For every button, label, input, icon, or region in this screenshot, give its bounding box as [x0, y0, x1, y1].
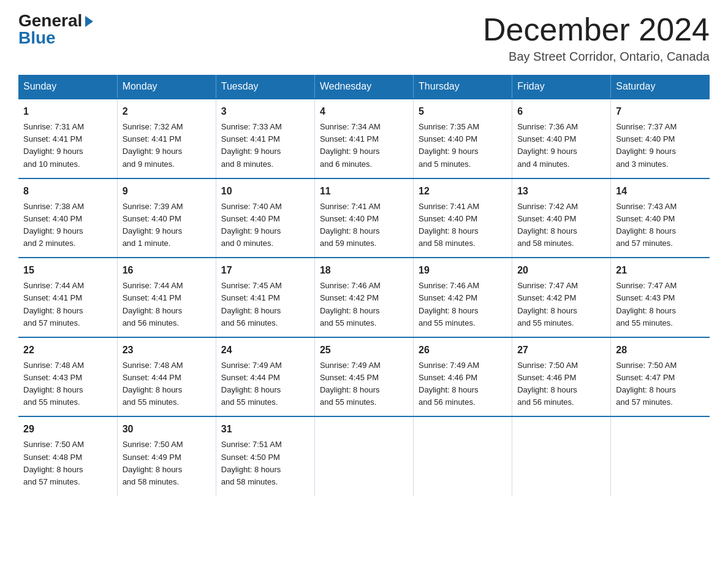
day-number: 30	[123, 422, 211, 437]
calendar-cell: 15Sunrise: 7:44 AMSunset: 4:41 PMDayligh…	[18, 258, 117, 337]
day-info: Sunrise: 7:48 AMSunset: 4:43 PMDaylight:…	[23, 361, 84, 407]
day-info: Sunrise: 7:40 AMSunset: 4:40 PMDaylight:…	[221, 202, 282, 248]
day-info: Sunrise: 7:49 AMSunset: 4:44 PMDaylight:…	[221, 361, 282, 407]
col-header-thursday: Thursday	[414, 75, 512, 99]
day-info: Sunrise: 7:39 AMSunset: 4:40 PMDaylight:…	[123, 202, 183, 248]
logo-blue-text: Blue	[18, 29, 56, 47]
day-info: Sunrise: 7:34 AMSunset: 4:41 PMDaylight:…	[320, 122, 381, 168]
col-header-saturday: Saturday	[611, 75, 710, 99]
day-number: 27	[517, 343, 605, 358]
day-info: Sunrise: 7:50 AMSunset: 4:46 PMDaylight:…	[517, 361, 578, 407]
day-info: Sunrise: 7:50 AMSunset: 4:47 PMDaylight:…	[616, 361, 677, 407]
calendar-week-row: 1Sunrise: 7:31 AMSunset: 4:41 PMDaylight…	[18, 99, 710, 178]
day-info: Sunrise: 7:43 AMSunset: 4:40 PMDaylight:…	[616, 202, 677, 248]
calendar-cell: 6Sunrise: 7:36 AMSunset: 4:40 PMDaylight…	[512, 99, 611, 178]
day-number: 11	[320, 184, 408, 199]
calendar-cell	[611, 416, 710, 496]
logo: General Blue	[18, 12, 93, 47]
day-number: 18	[320, 263, 408, 278]
calendar-cell: 1Sunrise: 7:31 AMSunset: 4:41 PMDaylight…	[18, 99, 117, 178]
calendar-table: SundayMondayTuesdayWednesdayThursdayFrid…	[18, 75, 710, 496]
day-number: 3	[221, 104, 309, 119]
day-info: Sunrise: 7:44 AMSunset: 4:41 PMDaylight:…	[23, 281, 84, 327]
day-number: 25	[320, 343, 408, 358]
calendar-cell: 12Sunrise: 7:41 AMSunset: 4:40 PMDayligh…	[414, 178, 512, 258]
day-info: Sunrise: 7:50 AMSunset: 4:49 PMDaylight:…	[123, 440, 183, 486]
day-info: Sunrise: 7:48 AMSunset: 4:44 PMDaylight:…	[123, 361, 183, 407]
calendar-cell: 9Sunrise: 7:39 AMSunset: 4:40 PMDaylight…	[117, 178, 216, 258]
day-number: 21	[616, 263, 705, 278]
location-title: Bay Street Corridor, Ontario, Canada	[483, 50, 710, 64]
calendar-cell: 24Sunrise: 7:49 AMSunset: 4:44 PMDayligh…	[216, 337, 314, 417]
calendar-cell: 5Sunrise: 7:35 AMSunset: 4:40 PMDaylight…	[414, 99, 512, 178]
day-info: Sunrise: 7:37 AMSunset: 4:40 PMDaylight:…	[616, 122, 677, 168]
day-info: Sunrise: 7:44 AMSunset: 4:41 PMDaylight:…	[123, 281, 183, 327]
calendar-cell: 18Sunrise: 7:46 AMSunset: 4:42 PMDayligh…	[314, 258, 413, 337]
calendar-cell: 20Sunrise: 7:47 AMSunset: 4:42 PMDayligh…	[512, 258, 611, 337]
calendar-cell: 2Sunrise: 7:32 AMSunset: 4:41 PMDaylight…	[117, 99, 216, 178]
day-number: 5	[419, 104, 507, 119]
day-number: 6	[517, 104, 605, 119]
calendar-cell: 11Sunrise: 7:41 AMSunset: 4:40 PMDayligh…	[314, 178, 413, 258]
day-number: 14	[616, 184, 705, 199]
day-number: 28	[616, 343, 705, 358]
col-header-monday: Monday	[117, 75, 216, 99]
day-info: Sunrise: 7:33 AMSunset: 4:41 PMDaylight:…	[221, 122, 282, 168]
calendar-cell: 26Sunrise: 7:49 AMSunset: 4:46 PMDayligh…	[414, 337, 512, 417]
calendar-cell	[314, 416, 413, 496]
calendar-cell: 19Sunrise: 7:46 AMSunset: 4:42 PMDayligh…	[414, 258, 512, 337]
day-info: Sunrise: 7:50 AMSunset: 4:48 PMDaylight:…	[23, 440, 84, 486]
calendar-cell: 8Sunrise: 7:38 AMSunset: 4:40 PMDaylight…	[18, 178, 117, 258]
day-number: 16	[123, 263, 211, 278]
day-info: Sunrise: 7:35 AMSunset: 4:40 PMDaylight:…	[419, 122, 479, 168]
day-info: Sunrise: 7:32 AMSunset: 4:41 PMDaylight:…	[123, 122, 183, 168]
day-info: Sunrise: 7:41 AMSunset: 4:40 PMDaylight:…	[419, 202, 479, 248]
day-info: Sunrise: 7:47 AMSunset: 4:43 PMDaylight:…	[616, 281, 677, 327]
day-number: 13	[517, 184, 605, 199]
calendar-cell: 27Sunrise: 7:50 AMSunset: 4:46 PMDayligh…	[512, 337, 611, 417]
day-info: Sunrise: 7:46 AMSunset: 4:42 PMDaylight:…	[419, 281, 479, 327]
calendar-cell: 3Sunrise: 7:33 AMSunset: 4:41 PMDaylight…	[216, 99, 314, 178]
day-number: 8	[23, 184, 112, 199]
page-header: General Blue December 2024 Bay Street Co…	[18, 12, 710, 64]
calendar-cell: 4Sunrise: 7:34 AMSunset: 4:41 PMDaylight…	[314, 99, 413, 178]
day-number: 9	[123, 184, 211, 199]
day-number: 29	[23, 422, 112, 437]
day-number: 15	[23, 263, 112, 278]
calendar-cell: 31Sunrise: 7:51 AMSunset: 4:50 PMDayligh…	[216, 416, 314, 496]
calendar-cell: 22Sunrise: 7:48 AMSunset: 4:43 PMDayligh…	[18, 337, 117, 417]
day-number: 23	[123, 343, 211, 358]
calendar-cell: 28Sunrise: 7:50 AMSunset: 4:47 PMDayligh…	[611, 337, 710, 417]
col-header-tuesday: Tuesday	[216, 75, 314, 99]
calendar-cell: 29Sunrise: 7:50 AMSunset: 4:48 PMDayligh…	[18, 416, 117, 496]
day-number: 24	[221, 343, 309, 358]
calendar-cell: 17Sunrise: 7:45 AMSunset: 4:41 PMDayligh…	[216, 258, 314, 337]
month-title: December 2024	[483, 12, 710, 47]
day-number: 31	[221, 422, 309, 437]
calendar-week-row: 15Sunrise: 7:44 AMSunset: 4:41 PMDayligh…	[18, 258, 710, 337]
calendar-cell: 30Sunrise: 7:50 AMSunset: 4:49 PMDayligh…	[117, 416, 216, 496]
day-number: 7	[616, 104, 705, 119]
logo-triangle-icon	[85, 16, 93, 27]
calendar-cell: 25Sunrise: 7:49 AMSunset: 4:45 PMDayligh…	[314, 337, 413, 417]
day-info: Sunrise: 7:51 AMSunset: 4:50 PMDaylight:…	[221, 440, 282, 486]
title-block: December 2024 Bay Street Corridor, Ontar…	[483, 12, 710, 64]
day-info: Sunrise: 7:47 AMSunset: 4:42 PMDaylight:…	[517, 281, 578, 327]
calendar-week-row: 8Sunrise: 7:38 AMSunset: 4:40 PMDaylight…	[18, 178, 710, 258]
day-number: 20	[517, 263, 605, 278]
calendar-cell: 21Sunrise: 7:47 AMSunset: 4:43 PMDayligh…	[611, 258, 710, 337]
day-info: Sunrise: 7:36 AMSunset: 4:40 PMDaylight:…	[517, 122, 578, 168]
day-number: 26	[419, 343, 507, 358]
day-number: 2	[123, 104, 211, 119]
calendar-header-row: SundayMondayTuesdayWednesdayThursdayFrid…	[18, 75, 710, 99]
day-number: 1	[23, 104, 112, 119]
day-info: Sunrise: 7:46 AMSunset: 4:42 PMDaylight:…	[320, 281, 381, 327]
calendar-cell: 14Sunrise: 7:43 AMSunset: 4:40 PMDayligh…	[611, 178, 710, 258]
calendar-week-row: 22Sunrise: 7:48 AMSunset: 4:43 PMDayligh…	[18, 337, 710, 417]
calendar-cell: 10Sunrise: 7:40 AMSunset: 4:40 PMDayligh…	[216, 178, 314, 258]
day-info: Sunrise: 7:49 AMSunset: 4:46 PMDaylight:…	[419, 361, 479, 407]
calendar-cell	[512, 416, 611, 496]
day-info: Sunrise: 7:45 AMSunset: 4:41 PMDaylight:…	[221, 281, 282, 327]
day-number: 12	[419, 184, 507, 199]
day-info: Sunrise: 7:31 AMSunset: 4:41 PMDaylight:…	[23, 122, 84, 168]
